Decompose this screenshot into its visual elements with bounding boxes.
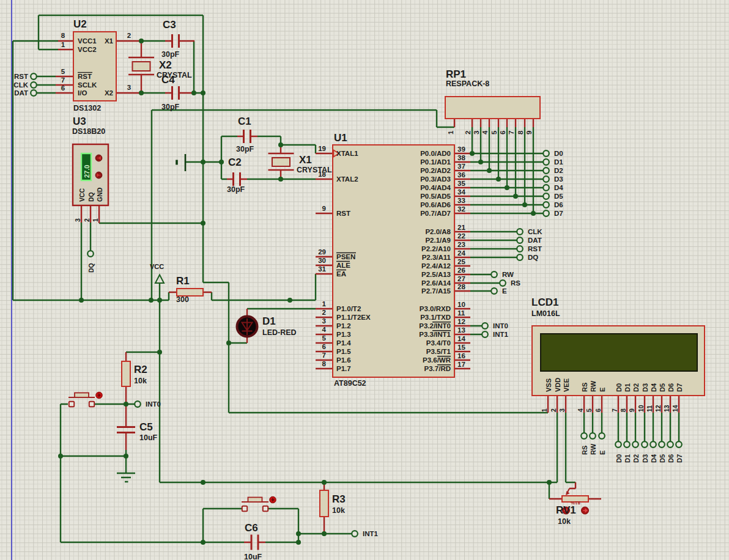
svg-text:VCC2: VCC2 bbox=[78, 46, 97, 53]
svg-text:INT1: INT1 bbox=[363, 530, 379, 537]
svg-text:P0.3/AD3: P0.3/AD3 bbox=[420, 175, 451, 183]
svg-text:P2.1/A9: P2.1/A9 bbox=[425, 237, 451, 244]
svg-text:XTAL1: XTAL1 bbox=[336, 150, 358, 157]
svg-text:37: 37 bbox=[457, 163, 465, 170]
svg-text:U3: U3 bbox=[73, 116, 86, 127]
svg-text:P2.7/A15: P2.7/A15 bbox=[421, 287, 451, 295]
svg-text:18: 18 bbox=[318, 171, 326, 178]
svg-text:P3.5/T1: P3.5/T1 bbox=[426, 348, 451, 355]
svg-text:D0: D0 bbox=[615, 454, 623, 463]
svg-text:D6: D6 bbox=[667, 454, 675, 463]
svg-text:1: 1 bbox=[541, 408, 548, 412]
svg-text:15: 15 bbox=[457, 344, 465, 351]
svg-text:RS: RS bbox=[511, 279, 520, 287]
svg-text:EA: EA bbox=[336, 270, 346, 278]
svg-text:X2: X2 bbox=[105, 89, 113, 97]
svg-text:P0.6/AD6: P0.6/AD6 bbox=[420, 201, 451, 208]
svg-text:D5: D5 bbox=[659, 383, 666, 392]
svg-text:CRYSTAL: CRYSTAL bbox=[297, 166, 332, 174]
svg-text:P0.2/AD2: P0.2/AD2 bbox=[420, 167, 451, 174]
svg-text:26: 26 bbox=[457, 267, 465, 274]
svg-text:RESPACK-8: RESPACK-8 bbox=[446, 79, 489, 88]
svg-text:16: 16 bbox=[457, 352, 465, 359]
svg-text:11: 11 bbox=[646, 405, 653, 412]
svg-text:I/O: I/O bbox=[78, 89, 87, 97]
svg-text:D7: D7 bbox=[676, 383, 683, 392]
svg-text:30: 30 bbox=[318, 257, 326, 264]
svg-text:RST: RST bbox=[528, 245, 542, 252]
svg-text:VEE: VEE bbox=[563, 378, 570, 392]
svg-text:DQ: DQ bbox=[87, 263, 95, 273]
svg-text:6: 6 bbox=[499, 131, 506, 134]
svg-text:E: E bbox=[599, 388, 606, 392]
svg-text:35: 35 bbox=[457, 180, 465, 187]
svg-text:30pF: 30pF bbox=[227, 185, 245, 194]
svg-text:VCC1: VCC1 bbox=[78, 37, 97, 45]
svg-text:GND: GND bbox=[96, 187, 103, 202]
svg-text:3: 3 bbox=[127, 84, 131, 91]
svg-text:30pF: 30pF bbox=[161, 50, 180, 59]
svg-text:X2: X2 bbox=[159, 59, 172, 71]
svg-text:5: 5 bbox=[585, 408, 593, 412]
svg-text:VCC: VCC bbox=[150, 263, 164, 270]
svg-text:11: 11 bbox=[457, 309, 465, 317]
svg-text:D2: D2 bbox=[632, 383, 640, 392]
svg-text:C2: C2 bbox=[228, 157, 242, 168]
svg-text:4: 4 bbox=[322, 326, 327, 333]
svg-text:P2.0/A8: P2.0/A8 bbox=[425, 228, 451, 235]
svg-text:8: 8 bbox=[517, 130, 524, 134]
svg-text:D5: D5 bbox=[554, 193, 563, 200]
svg-text:LM016L: LM016L bbox=[531, 309, 560, 318]
svg-text:D1: D1 bbox=[624, 383, 631, 392]
svg-text:3: 3 bbox=[74, 218, 81, 222]
svg-text:P1.6: P1.6 bbox=[336, 356, 351, 364]
svg-text:3: 3 bbox=[322, 317, 326, 325]
svg-text:P0.4/AD4: P0.4/AD4 bbox=[420, 184, 451, 191]
svg-text:RS: RS bbox=[581, 383, 588, 392]
svg-text:DAT: DAT bbox=[14, 89, 28, 97]
svg-text:E: E bbox=[599, 451, 606, 455]
svg-text:R3: R3 bbox=[332, 493, 346, 505]
svg-text:5: 5 bbox=[490, 130, 498, 134]
svg-text:P1.3: P1.3 bbox=[336, 331, 351, 338]
svg-text:27: 27 bbox=[457, 275, 465, 282]
svg-text:D3: D3 bbox=[554, 175, 563, 183]
svg-text:7: 7 bbox=[611, 408, 618, 412]
svg-text:32: 32 bbox=[457, 205, 465, 213]
svg-text:6: 6 bbox=[594, 408, 602, 412]
svg-text:RV1: RV1 bbox=[556, 504, 576, 516]
svg-text:P3.7/RD: P3.7/RD bbox=[424, 365, 451, 372]
svg-text:VSS: VSS bbox=[545, 378, 552, 392]
svg-text:14: 14 bbox=[672, 405, 679, 412]
svg-text:C6: C6 bbox=[245, 522, 258, 534]
svg-text:RS: RS bbox=[581, 446, 588, 455]
svg-text:12: 12 bbox=[457, 318, 465, 325]
svg-text:1: 1 bbox=[322, 300, 327, 308]
svg-text:10uF: 10uF bbox=[244, 553, 262, 560]
svg-text:2: 2 bbox=[83, 218, 91, 222]
svg-text:PSEN: PSEN bbox=[336, 253, 355, 260]
svg-text:CLK: CLK bbox=[528, 228, 542, 235]
svg-text:P1.7: P1.7 bbox=[336, 365, 351, 372]
svg-text:INT0: INT0 bbox=[493, 322, 508, 330]
svg-text:P1.2: P1.2 bbox=[336, 322, 351, 330]
svg-text:D4: D4 bbox=[650, 383, 657, 392]
svg-text:P3.6/WR: P3.6/WR bbox=[423, 356, 451, 364]
svg-text:D0: D0 bbox=[615, 383, 623, 392]
svg-text:LCD1: LCD1 bbox=[531, 297, 558, 308]
svg-text:5: 5 bbox=[61, 68, 65, 75]
svg-text:D5: D5 bbox=[659, 454, 666, 463]
svg-text:10k: 10k bbox=[134, 377, 147, 385]
svg-text:P3.4/T0: P3.4/T0 bbox=[426, 339, 451, 347]
svg-text:30pF: 30pF bbox=[236, 145, 254, 153]
svg-text:X1: X1 bbox=[105, 37, 114, 45]
svg-text:4: 4 bbox=[481, 130, 489, 134]
svg-text:INT0: INT0 bbox=[146, 400, 161, 408]
svg-text:P3.3/INT1: P3.3/INT1 bbox=[419, 331, 451, 338]
svg-text:DAT: DAT bbox=[528, 237, 542, 244]
svg-text:E: E bbox=[502, 287, 507, 295]
svg-text:D4: D4 bbox=[650, 454, 657, 463]
svg-text:P1.5: P1.5 bbox=[336, 348, 351, 355]
svg-text:25: 25 bbox=[457, 258, 465, 265]
svg-text:D7: D7 bbox=[676, 454, 683, 463]
